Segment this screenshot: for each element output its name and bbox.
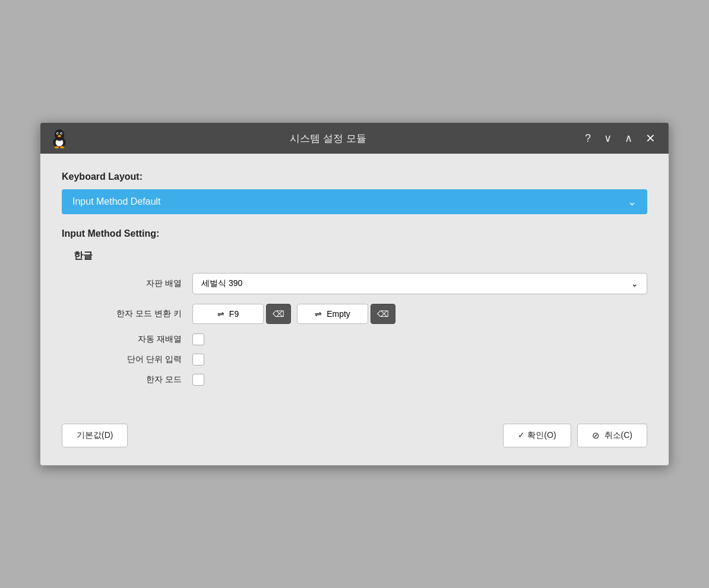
sliders-icon-2: ⇌ (315, 309, 322, 319)
clear-key2-button[interactable]: ⌫ (371, 304, 395, 324)
svg-point-8 (58, 135, 61, 138)
keyboard-layout-value: Input Method Default (72, 196, 161, 207)
key-group-2: ⇌ Empty ⌫ (297, 304, 395, 324)
key2-button[interactable]: ⇌ Empty (297, 304, 368, 324)
input-method-section: 한글 자판 배열 세벌식 390 ⌄ 한자 모드 변환 키 ⇌ (62, 250, 647, 386)
input-method-label: Input Method Setting: (62, 228, 647, 239)
layout-dropdown[interactable]: 세벌식 390 ⌄ (192, 273, 647, 294)
key2-value: Empty (327, 309, 350, 319)
close-button[interactable]: ✕ (641, 130, 660, 147)
main-window: 시스템 설정 모듈 ? ∨ ∧ ✕ Keyboard Layout: Input… (40, 122, 669, 466)
key1-button[interactable]: ⇌ F9 (192, 304, 264, 324)
auto-rearrange-label: 자동 재배열 (74, 334, 192, 345)
hanja-mode-label: 한자 모드 (74, 374, 192, 385)
hanja-key-control: ⇌ F9 ⌫ ⇌ Empty ⌫ (192, 304, 647, 324)
footer: 기본값(D) ✓ 확인(O) ⊘ 취소(C) (40, 412, 669, 465)
backspace-icon-2: ⌫ (377, 309, 389, 319)
hanja-key-row: 한자 모드 변환 키 ⇌ F9 ⌫ ⇌ (74, 304, 647, 324)
layout-chevron-icon: ⌄ (631, 279, 638, 288)
clear-key1-button[interactable]: ⌫ (266, 304, 291, 324)
word-input-row: 단어 단위 입력 (74, 354, 647, 365)
svg-point-6 (57, 133, 58, 134)
footer-left: 기본값(D) (62, 424, 128, 447)
cancel-button[interactable]: ⊘ 취소(C) (577, 424, 647, 447)
keyboard-layout-dropdown[interactable]: Input Method Default ⌄ (62, 189, 647, 214)
cancel-icon: ⊘ (592, 430, 600, 441)
keyboard-layout-label: Keyboard Layout: (62, 171, 647, 182)
hanja-key-label: 한자 모드 변환 키 (74, 309, 192, 319)
svg-point-10 (60, 147, 64, 149)
svg-point-7 (61, 133, 62, 134)
help-button[interactable]: ? (580, 131, 596, 146)
window-title: 시스템 설정 모듈 (76, 132, 580, 145)
content-area: Keyboard Layout: Input Method Default ⌄ … (40, 154, 669, 412)
titlebar-controls: ? ∨ ∧ ✕ (580, 130, 660, 147)
auto-rearrange-checkbox[interactable] (192, 333, 204, 345)
footer-right: ✓ 확인(O) ⊘ 취소(C) (503, 424, 647, 447)
svg-point-9 (55, 147, 59, 149)
tux-logo (49, 128, 70, 149)
collapse-button[interactable]: ∨ (599, 131, 616, 146)
lang-title: 한글 (74, 250, 647, 262)
titlebar: 시스템 설정 모듈 ? ∨ ∧ ✕ (40, 123, 669, 154)
cancel-label: 취소(C) (604, 430, 632, 441)
expand-button[interactable]: ∧ (620, 131, 637, 146)
layout-row: 자판 배열 세벌식 390 ⌄ (74, 273, 647, 294)
sliders-icon-1: ⇌ (217, 309, 224, 319)
auto-rearrange-row: 자동 재배열 (74, 333, 647, 345)
word-input-label: 단어 단위 입력 (74, 354, 192, 365)
hanja-mode-checkbox[interactable] (192, 374, 204, 386)
layout-label: 자판 배열 (74, 278, 192, 289)
chevron-down-icon: ⌄ (628, 195, 637, 208)
key1-value: F9 (229, 309, 239, 319)
word-input-checkbox[interactable] (192, 354, 204, 365)
backspace-icon-1: ⌫ (273, 309, 284, 319)
key-group-1: ⇌ F9 ⌫ (192, 304, 291, 324)
hanja-mode-row: 한자 모드 (74, 374, 647, 386)
ok-button[interactable]: ✓ 확인(O) (503, 424, 571, 447)
defaults-button[interactable]: 기본값(D) (62, 424, 128, 447)
layout-value: 세벌식 390 (201, 278, 242, 289)
layout-control: 세벌식 390 ⌄ (192, 273, 647, 294)
